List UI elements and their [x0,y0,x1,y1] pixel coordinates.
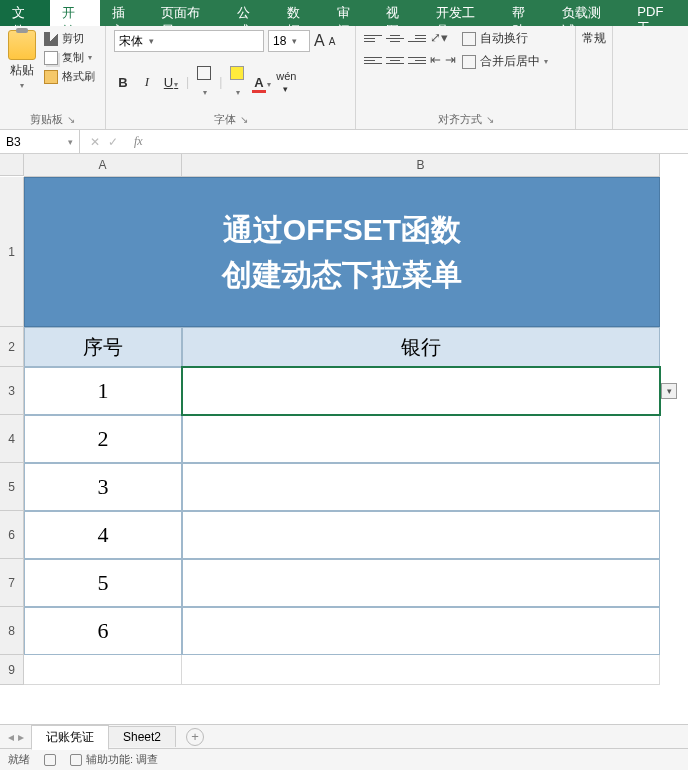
row-header-6[interactable]: 6 [0,511,24,559]
align-right-button[interactable] [408,52,426,68]
group-font: 宋体▾ 18▾ A A B I U | | A wén▾ 字体↘ [106,26,356,129]
font-color-button[interactable]: A [252,75,270,90]
copy-button[interactable]: 复制▾ [42,49,97,66]
row-header-4[interactable]: 4 [0,415,24,463]
tab-formula[interactable]: 公式 [225,0,275,26]
cell-a4[interactable]: 2 [24,415,182,463]
cell-b5[interactable] [182,463,660,511]
row-header-1[interactable]: 1 [0,177,24,327]
select-all-corner[interactable] [0,154,24,176]
align-center-button[interactable] [386,52,404,68]
fill-color-button[interactable] [228,66,246,98]
wrap-text-button[interactable]: 自动换行 [462,30,548,47]
paste-label: 粘贴 [10,62,34,79]
align-top-button[interactable] [364,30,382,46]
clipboard-group-label: 剪贴板 [30,112,63,127]
clipboard-launcher[interactable]: ↘ [67,114,75,125]
increase-font-button[interactable]: A [314,32,325,50]
cell-b6[interactable] [182,511,660,559]
format-painter-button[interactable]: 格式刷 [42,68,97,85]
ribbon: 粘贴 ▾ 剪切 复制▾ 格式刷 剪贴板↘ 宋体▾ 18▾ A A B I U [0,26,688,130]
sheet-tab-active[interactable]: 记账凭证 [31,725,109,750]
cancel-formula-button[interactable]: ✕ [90,135,100,149]
tab-view[interactable]: 视图 [374,0,424,26]
font-color-icon: A [252,75,265,93]
phonetic-button[interactable]: wén▾ [276,70,294,94]
tab-help[interactable]: 帮助 [500,0,550,26]
cell-b4[interactable] [182,415,660,463]
fx-icon[interactable]: fx [128,134,149,149]
align-bottom-button[interactable] [408,30,426,46]
name-box[interactable]: B3▾ [0,130,80,153]
row-header-7[interactable]: 7 [0,559,24,607]
sheet-tab-2[interactable]: Sheet2 [108,726,176,747]
merge-icon [462,55,476,69]
increase-indent-button[interactable]: ⇥ [445,52,456,68]
tab-load[interactable]: 负载测试 [550,0,626,26]
row-header-8[interactable]: 8 [0,607,24,655]
bold-button[interactable]: B [114,75,132,90]
tab-pdf[interactable]: PDF工 [625,0,688,26]
cell-a2[interactable]: 序号 [24,327,182,367]
tab-insert[interactable]: 插入 [100,0,150,26]
cell-a7[interactable]: 5 [24,559,182,607]
copy-icon [44,51,58,65]
font-launcher[interactable]: ↘ [240,114,248,125]
macro-record-icon[interactable] [44,754,56,766]
cell-a9[interactable] [24,655,182,685]
tab-home[interactable]: 开始 [50,0,100,26]
align-launcher[interactable]: ↘ [486,114,494,125]
paste-button[interactable]: 粘贴 ▾ [8,30,36,90]
wrap-icon [462,32,476,46]
dropdown-handle[interactable]: ▾ [661,383,677,399]
cell-b3[interactable]: ▾ [182,367,660,415]
fill-icon [230,66,244,80]
cell-a3[interactable]: 1 [24,367,182,415]
row-header-3[interactable]: 3 [0,367,24,415]
cell-b8[interactable] [182,607,660,655]
orientation-button[interactable]: ⤢▾ [430,30,448,46]
align-left-button[interactable] [364,52,382,68]
merge-center-button[interactable]: 合并后居中▾ [462,53,548,70]
underline-button[interactable]: U [162,75,180,90]
accessibility-status[interactable]: 辅助功能: 调查 [70,752,158,767]
cell-b9[interactable] [182,655,660,685]
cell-a6[interactable]: 4 [24,511,182,559]
row-header-5[interactable]: 5 [0,463,24,511]
tab-dev[interactable]: 开发工具 [424,0,500,26]
tab-data[interactable]: 数据 [275,0,325,26]
status-ready: 就绪 [8,752,30,767]
decrease-indent-button[interactable]: ⇤ [430,52,441,68]
cut-button[interactable]: 剪切 [42,30,97,47]
align-middle-button[interactable] [386,30,404,46]
paste-icon [8,30,36,60]
font-name-combo[interactable]: 宋体▾ [114,30,264,52]
cell-a8[interactable]: 6 [24,607,182,655]
cell-title[interactable]: 通过OFFSET函数 创建动态下拉菜单 [24,177,660,327]
tab-layout[interactable]: 页面布局 [149,0,225,26]
tab-review[interactable]: 审阅 [325,0,375,26]
cell-b2[interactable]: 银行 [182,327,660,367]
col-header-b[interactable]: B [182,154,660,177]
align-group-label: 对齐方式 [438,112,482,127]
row-header-9[interactable]: 9 [0,655,24,685]
border-icon [197,66,211,80]
border-button[interactable] [195,66,213,98]
accessibility-icon [70,754,82,766]
cut-icon [44,32,58,46]
col-header-a[interactable]: A [24,154,182,177]
font-size-combo[interactable]: 18▾ [268,30,310,52]
number-format-label[interactable]: 常规 [582,30,606,47]
accept-formula-button[interactable]: ✓ [108,135,118,149]
add-sheet-button[interactable]: + [186,728,204,746]
decrease-font-button[interactable]: A [329,36,336,47]
formula-input[interactable] [149,130,688,153]
tab-file[interactable]: 文件 [0,0,50,26]
group-number: 常规 [576,26,613,129]
tab-nav-first[interactable]: ◂ [8,730,14,744]
italic-button[interactable]: I [138,74,156,90]
tab-nav-last[interactable]: ▸ [18,730,24,744]
row-header-2[interactable]: 2 [0,327,24,367]
cell-a5[interactable]: 3 [24,463,182,511]
cell-b7[interactable] [182,559,660,607]
